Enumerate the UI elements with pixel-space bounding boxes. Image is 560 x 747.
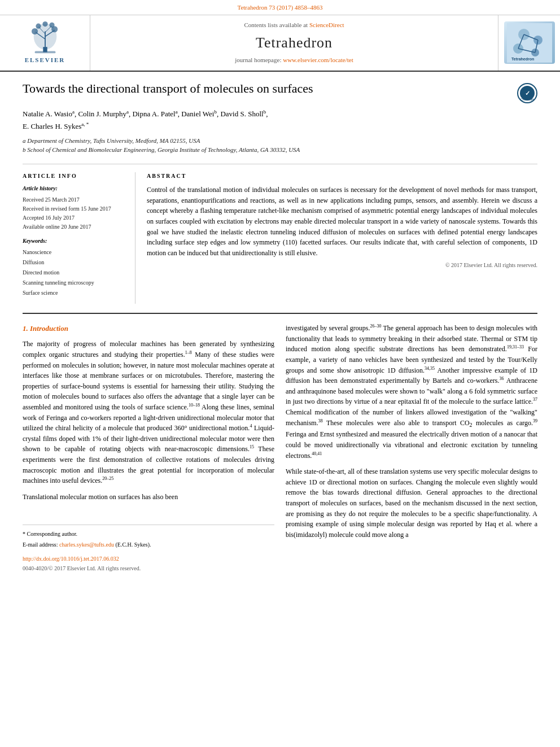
email-line: E-mail address: charles.sykes@tufts.edu … xyxy=(23,540,274,549)
authors-line: Natalie A. Wasioa, Colin J. Murphya, Dip… xyxy=(23,108,537,133)
section-title: Introduction xyxy=(30,324,68,333)
elsevier-wordmark: ELSEVIER xyxy=(25,56,65,65)
keywords-label: Keywords: xyxy=(23,237,127,246)
svg-text:CrossMark: CrossMark xyxy=(520,98,535,101)
elsevier-logo: ELSEVIER xyxy=(23,21,68,65)
footnote-area: * Corresponding author. E-mail address: … xyxy=(23,525,274,549)
body-text-section: 1. Introduction The majority of progress… xyxy=(23,323,537,573)
svg-text:✓: ✓ xyxy=(525,90,530,97)
article-info-heading: ARTICLE INFO xyxy=(23,172,127,181)
intro-paragraph-4: While state-of-the-art, all of these tra… xyxy=(286,466,537,540)
email-link[interactable]: charles.sykes@tufts.edu xyxy=(59,541,114,548)
elsevier-logo-area: ELSEVIER xyxy=(0,15,90,71)
corresponding-author-note: * Corresponding author. xyxy=(23,530,274,539)
keywords-section: Keywords: Nanoscience Diffusion Directed… xyxy=(23,237,127,299)
abstract-col: ABSTRACT Control of the translational mo… xyxy=(147,172,537,304)
tetrahedron-logo-area: Tetrahedron xyxy=(498,15,560,71)
keyword-5: Surface science xyxy=(23,288,127,298)
tetrahedron-logo-box: Tetrahedron xyxy=(504,21,555,64)
svg-point-9 xyxy=(36,23,41,28)
intro-paragraph-1: The majority of progress of molecular ma… xyxy=(23,339,274,486)
journal-top-bar: Tetrahedron 73 (2017) 4858–4863 xyxy=(0,0,560,15)
keyword-2: Diffusion xyxy=(23,257,127,268)
introduction-heading: 1. Introduction xyxy=(23,323,274,334)
doi-link[interactable]: http://dx.doi.org/10.1016/j.tet.2017.06.… xyxy=(23,556,119,562)
available-date: Available online 20 June 2017 xyxy=(23,222,127,231)
section-number: 1. xyxy=(23,324,28,333)
accepted-date: Accepted 16 July 2017 xyxy=(23,213,127,222)
abstract-text: Control of the translational motion of i… xyxy=(147,185,537,258)
issn-line: 0040-4020/© 2017 Elsevier Ltd. All right… xyxy=(23,564,274,573)
journal-header: ELSEVIER Contents lists available at Sci… xyxy=(0,15,560,72)
affil-a: a Department of Chemistry, Tufts Univers… xyxy=(23,136,537,146)
keyword-1: Nanoscience xyxy=(23,247,127,257)
tetrahedron-cover-image: Tetrahedron xyxy=(507,23,552,63)
elsevier-tree-icon xyxy=(23,21,68,55)
keywords-list: Nanoscience Diffusion Directed motion Sc… xyxy=(23,247,127,298)
journal-homepage-url[interactable]: www.elsevier.com/locate/tet xyxy=(283,56,353,63)
affiliations: a Department of Chemistry, Tufts Univers… xyxy=(23,136,537,155)
article-info-col: ARTICLE INFO Article history: Received 2… xyxy=(23,172,135,304)
affil-b: b School of Chemical and Biomolecular En… xyxy=(23,145,537,155)
article-history: Article history: Received 25 March 2017 … xyxy=(23,185,127,231)
crossmark-icon[interactable]: ✓ CrossMark xyxy=(517,83,537,103)
abstract-heading: ABSTRACT xyxy=(147,172,537,181)
journal-citation: Tetrahedron 73 (2017) 4858–4863 xyxy=(237,4,322,11)
svg-rect-12 xyxy=(34,51,55,53)
sciencedirect-link[interactable]: ScienceDirect xyxy=(309,21,344,28)
svg-text:Tetrahedron: Tetrahedron xyxy=(511,57,534,61)
svg-point-11 xyxy=(42,21,47,27)
title-crossmark-row: Towards the directional transport of mol… xyxy=(23,81,537,103)
doi-area: http://dx.doi.org/10.1016/j.tet.2017.06.… xyxy=(23,553,274,564)
intro-paragraph-3: investigated by several groups.26–30 The… xyxy=(286,323,537,461)
history-label: Article history: xyxy=(23,185,127,193)
sciencedirect-line: Contents lists available at ScienceDirec… xyxy=(244,21,344,30)
journal-homepage-line: journal homepage: www.elsevier.com/locat… xyxy=(235,56,353,65)
svg-point-10 xyxy=(49,23,54,28)
copyright-line: © 2017 Elsevier Ltd. All rights reserved… xyxy=(147,261,537,270)
journal-title: Tetrahedron xyxy=(256,32,333,54)
keyword-4: Scanning tunneling microscopy xyxy=(23,278,127,288)
keyword-3: Directed motion xyxy=(23,268,127,278)
body-col-left: 1. Introduction The majority of progress… xyxy=(23,323,274,573)
info-abstract-section: ARTICLE INFO Article history: Received 2… xyxy=(23,164,537,304)
intro-paragraph-2: Translational molecular motion on surfac… xyxy=(23,492,274,503)
received-date: Received 25 March 2017 xyxy=(23,195,127,204)
received-revised: Received in revised form 15 June 2017 xyxy=(23,204,127,213)
section-divider xyxy=(23,313,537,314)
main-content: Towards the directional transport of mol… xyxy=(0,72,560,584)
journal-header-center: Contents lists available at ScienceDirec… xyxy=(90,15,498,71)
body-col-right: investigated by several groups.26–30 The… xyxy=(286,323,537,573)
article-title: Towards the directional transport of mol… xyxy=(23,81,313,97)
svg-point-7 xyxy=(32,28,38,34)
